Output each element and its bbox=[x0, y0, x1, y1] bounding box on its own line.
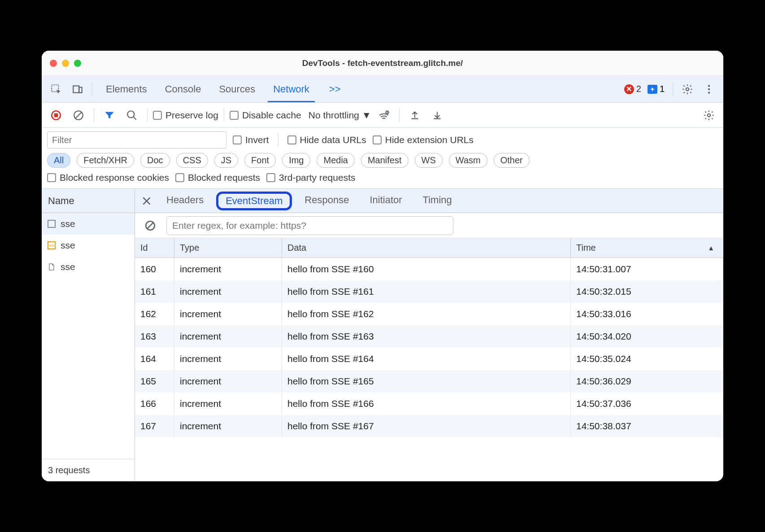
svg-text:<>: <> bbox=[49, 243, 54, 248]
network-settings-icon[interactable] bbox=[699, 105, 719, 125]
event-id: 164 bbox=[135, 348, 174, 370]
message-icon: ✦ bbox=[648, 85, 657, 94]
svg-line-21 bbox=[147, 222, 153, 229]
type-filter-other[interactable]: Other bbox=[494, 153, 530, 168]
hide-data-urls-checkbox[interactable]: Hide data URLs bbox=[287, 135, 366, 145]
errors-count: 2 bbox=[636, 84, 641, 94]
tab-elements[interactable]: Elements bbox=[97, 76, 156, 102]
tab-sources[interactable]: Sources bbox=[210, 76, 264, 102]
filter-input[interactable] bbox=[47, 131, 226, 148]
regex-filter-input[interactable] bbox=[166, 216, 453, 235]
preserve-log-checkbox[interactable]: Preserve log bbox=[153, 110, 218, 121]
event-data: hello from SSE #163 bbox=[282, 325, 571, 347]
type-filter-all[interactable]: All bbox=[47, 153, 70, 168]
request-type-icon bbox=[47, 219, 56, 228]
request-type-icon bbox=[47, 262, 56, 271]
type-filter-manifest[interactable]: Manifest bbox=[361, 153, 409, 168]
request-name: sse bbox=[61, 240, 75, 251]
type-filter-wasm[interactable]: Wasm bbox=[449, 153, 487, 168]
event-row[interactable]: 160incrementhello from SSE #16014:50:31.… bbox=[135, 258, 723, 280]
download-har-icon[interactable] bbox=[427, 105, 447, 125]
event-time: 14:50:31.007 bbox=[571, 258, 723, 280]
type-filter-ws[interactable]: WS bbox=[415, 153, 443, 168]
event-data: hello from SSE #162 bbox=[282, 303, 571, 325]
device-toolbar-icon[interactable] bbox=[68, 79, 87, 99]
errors-badge[interactable]: ✕ 2 bbox=[624, 84, 641, 94]
clear-events-icon[interactable] bbox=[140, 216, 160, 235]
col-header-type[interactable]: Type bbox=[174, 238, 282, 257]
clear-button[interactable] bbox=[69, 105, 88, 125]
record-button[interactable] bbox=[46, 105, 66, 125]
event-table: Id Type Data Time ▲ 160incrementhello fr… bbox=[135, 238, 723, 481]
svg-point-14 bbox=[708, 113, 711, 117]
filter-icon[interactable] bbox=[100, 105, 119, 125]
type-filter-img[interactable]: Img bbox=[282, 153, 310, 168]
event-row[interactable]: 163incrementhello from SSE #16314:50:34.… bbox=[135, 325, 723, 348]
inspect-element-icon[interactable] bbox=[46, 79, 66, 99]
search-icon[interactable] bbox=[122, 105, 142, 125]
disable-cache-checkbox[interactable]: Disable cache bbox=[230, 110, 301, 121]
close-detail-icon[interactable] bbox=[139, 191, 155, 211]
type-filter-media[interactable]: Media bbox=[317, 153, 354, 168]
error-icon: ✕ bbox=[624, 84, 634, 94]
request-row[interactable]: sse bbox=[42, 256, 135, 278]
detail-tabs: HeadersEventStreamResponseInitiatorTimin… bbox=[135, 189, 723, 213]
col-header-id[interactable]: Id bbox=[135, 238, 174, 257]
third-party-checkbox[interactable]: 3rd-party requests bbox=[266, 172, 355, 183]
event-id: 167 bbox=[135, 415, 174, 437]
hide-extension-urls-checkbox[interactable]: Hide extension URLs bbox=[373, 135, 474, 145]
event-id: 165 bbox=[135, 370, 174, 392]
throttling-select[interactable]: No throttling ▼ bbox=[309, 110, 371, 121]
event-table-header: Id Type Data Time ▲ bbox=[135, 238, 723, 258]
request-row[interactable]: sse bbox=[42, 213, 135, 235]
type-filter-doc[interactable]: Doc bbox=[140, 153, 170, 168]
event-row[interactable]: 161incrementhello from SSE #16114:50:32.… bbox=[135, 280, 723, 303]
messages-badge[interactable]: ✦ 1 bbox=[648, 84, 665, 94]
eventstream-toolbar bbox=[135, 213, 723, 238]
type-filter-fetchxhr[interactable]: Fetch/XHR bbox=[77, 153, 134, 168]
invert-checkbox[interactable]: Invert bbox=[233, 135, 269, 145]
type-filter-css[interactable]: CSS bbox=[176, 153, 208, 168]
tab-console[interactable]: Console bbox=[156, 76, 210, 102]
col-header-data[interactable]: Data bbox=[282, 238, 571, 257]
blocked-requests-checkbox[interactable]: Blocked requests bbox=[175, 172, 260, 183]
blocked-cookies-checkbox[interactable]: Blocked response cookies bbox=[47, 172, 169, 183]
detail-tab-headers[interactable]: Headers bbox=[158, 192, 212, 210]
request-name: sse bbox=[61, 218, 75, 229]
event-time: 14:50:38.037 bbox=[571, 415, 723, 437]
upload-har-icon[interactable] bbox=[405, 105, 425, 125]
col-header-time[interactable]: Time ▲ bbox=[571, 238, 723, 257]
event-data: hello from SSE #160 bbox=[282, 258, 571, 280]
request-count-footer: 3 requests bbox=[42, 459, 135, 481]
type-filter-js[interactable]: JS bbox=[214, 153, 238, 168]
event-row[interactable]: 165incrementhello from SSE #16514:50:36.… bbox=[135, 370, 723, 392]
svg-rect-15 bbox=[48, 220, 55, 227]
svg-point-6 bbox=[708, 92, 710, 93]
main-split: Name sse<>ssesse 3 requests HeadersEvent… bbox=[42, 189, 723, 481]
svg-point-5 bbox=[708, 88, 710, 90]
event-data: hello from SSE #161 bbox=[282, 280, 571, 302]
settings-icon[interactable] bbox=[678, 79, 697, 99]
event-type: increment bbox=[174, 303, 282, 325]
kebab-menu-icon[interactable] bbox=[699, 79, 719, 99]
event-row[interactable]: 166incrementhello from SSE #16614:50:37.… bbox=[135, 392, 723, 415]
event-data: hello from SSE #166 bbox=[282, 392, 571, 414]
sort-asc-icon: ▲ bbox=[708, 244, 714, 252]
event-row[interactable]: 162incrementhello from SSE #16214:50:33.… bbox=[135, 303, 723, 325]
network-conditions-icon[interactable] bbox=[374, 105, 394, 125]
event-time: 14:50:35.024 bbox=[571, 348, 723, 370]
detail-tab-eventstream[interactable]: EventStream bbox=[216, 192, 292, 210]
request-row[interactable]: <>sse bbox=[42, 235, 135, 256]
detail-tab-timing[interactable]: Timing bbox=[415, 192, 460, 210]
tab-network[interactable]: Network bbox=[264, 76, 318, 102]
event-row[interactable]: 164incrementhello from SSE #16414:50:35.… bbox=[135, 348, 723, 370]
event-type: increment bbox=[174, 370, 282, 392]
detail-tab-response[interactable]: Response bbox=[296, 192, 357, 210]
event-id: 162 bbox=[135, 303, 174, 325]
detail-tab-initiator[interactable]: Initiator bbox=[361, 192, 410, 210]
type-filter-font[interactable]: Font bbox=[244, 153, 276, 168]
filter-bar: Invert Hide data URLs Hide extension URL… bbox=[42, 128, 723, 189]
more-tabs-button[interactable]: >> bbox=[320, 76, 350, 102]
event-row[interactable]: 167incrementhello from SSE #16714:50:38.… bbox=[135, 415, 723, 437]
svg-point-4 bbox=[708, 85, 710, 87]
